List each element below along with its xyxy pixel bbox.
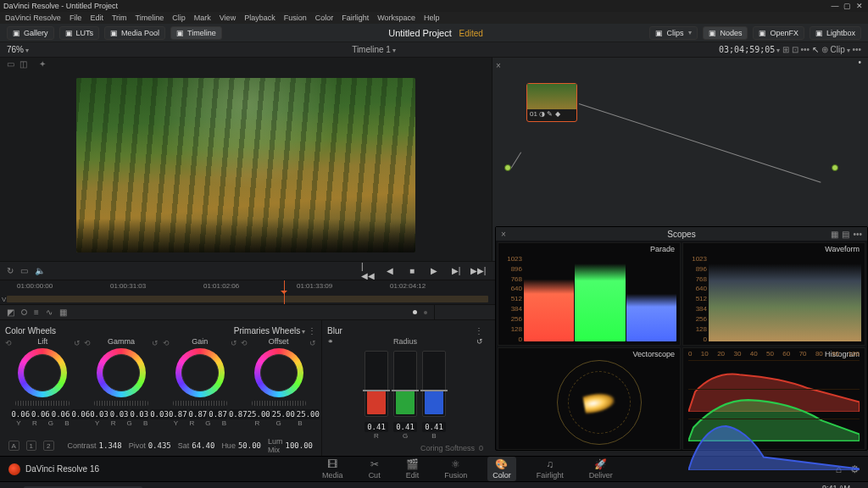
next-frame-button[interactable]: ▶| [449,265,463,277]
scopes-close-icon[interactable]: × [501,230,506,239]
page-2-button[interactable]: 2 [43,441,54,451]
render-cache-icon[interactable]: ▭ [20,266,28,275]
page-1-button[interactable]: 1 [26,441,37,451]
play-button[interactable]: ▶ [427,265,441,277]
menu-edit[interactable]: Edit [90,14,103,22]
start-button[interactable]: ⊞ [3,484,20,489]
highlight-icon[interactable]: ✦ [39,59,46,69]
page-tab-color[interactable]: 🎨Color [487,457,516,481]
bars-tab-icon[interactable]: ≡ [34,308,39,317]
nodes-toggle[interactable]: ▣Nodes [703,26,748,40]
taskbar-time[interactable]: 9:41 AM [812,485,850,489]
lightbox-toggle[interactable]: ▣Lightbox [810,26,861,40]
window-minimize-icon[interactable]: — [830,2,840,10]
prev-frame-button[interactable]: ◀ [383,265,397,277]
blur-bar-b[interactable] [422,351,446,417]
stop-button[interactable]: ■ [405,265,419,277]
page-tab-edit[interactable]: 🎬Edit [401,457,425,481]
hue-field[interactable]: Hue50.00 [221,441,261,450]
window-close-icon[interactable]: ✕ [854,2,865,10]
first-frame-button[interactable]: |◀◀ [361,265,375,277]
reset-icon[interactable]: ↺ [476,337,483,346]
menu-workspace[interactable]: Workspace [377,14,415,22]
node-tool-icon[interactable]: ⊕ [821,45,828,54]
page-tab-cut[interactable]: ✂Cut [364,457,386,481]
master-wheel[interactable] [15,401,70,406]
reset-icon[interactable]: ↺ [309,339,316,347]
clip-dropdown[interactable]: Clip▾ [830,45,849,54]
scopes-panel[interactable]: × Scopes ▦ ▤ ••• Parade 1023896768640512… [495,226,868,451]
node-output[interactable] [832,164,838,171]
node-panel-close-icon[interactable]: × [496,61,501,70]
color-wheel[interactable] [97,348,146,397]
image-wipe-icon[interactable]: ▭ [7,59,14,69]
menu-playback[interactable]: Playback [244,14,275,22]
lummix-field[interactable]: Lum Mix100.00 [268,437,313,454]
last-frame-button[interactable]: ▶▶| [471,265,485,277]
playhead[interactable] [284,280,285,304]
clips-toggle[interactable]: ▣Clips▾ [649,26,698,40]
scopes-layout-icon[interactable]: ▦ [831,230,838,239]
menu-fairlight[interactable]: Fairlight [342,14,369,22]
luts-toggle[interactable]: ▣LUTs [59,26,100,40]
wheel-values[interactable]: 0.870.870.870.87 [169,409,231,419]
menu-clip[interactable]: Clip [172,14,186,22]
reset-icon[interactable]: ↺ [152,339,159,347]
viewer-option-icon[interactable]: ⊡ [792,45,798,54]
split-screen-icon[interactable]: ◫ [19,59,27,69]
scopes-layout-icon[interactable]: ▤ [842,230,849,239]
wheel-values[interactable]: 25.0025.0025.00 [248,409,310,419]
viewer-option-icon[interactable]: ⊞ [782,45,789,54]
reset-icon[interactable]: ↺ [231,339,237,347]
wheel-values[interactable]: 0.030.030.030.03 [90,409,153,419]
timecode-display[interactable]: 03;04;59;05 [719,45,775,54]
master-wheel[interactable] [94,401,148,406]
menu-davinci-resolve[interactable]: DaVinci Resolve [5,14,61,22]
menu-timeline[interactable]: Timeline [136,14,164,22]
node-options-icon[interactable]: ••• [852,45,861,54]
primaries-mode-dropdown[interactable]: Primaries Wheels▾ ⋮ [234,326,316,336]
pointer-tool-icon[interactable]: ↖ [812,45,819,54]
log-tab-icon[interactable]: ∿ [46,308,53,317]
page-tab-fusion[interactable]: ⚛Fusion [439,457,472,481]
blur-bar-r[interactable] [364,351,388,417]
page-dot[interactable] [413,310,417,314]
more-tab-icon[interactable]: ▦ [59,308,67,317]
page-tab-fairlight[interactable]: ♫Fairlight [531,457,569,481]
timeline-selector[interactable]: Timeline 1▾ [352,45,396,54]
pivot-field[interactable]: Pivot0.435 [129,441,171,450]
master-wheel[interactable] [173,401,227,406]
viewer-canvas[interactable] [0,69,492,261]
contrast-field[interactable]: Contrast1.348 [68,441,122,450]
mute-icon[interactable]: 🔈 [35,266,45,275]
timeline-clip[interactable] [7,296,488,302]
page-dot[interactable] [424,311,427,314]
reset-icon[interactable]: ↺ [74,339,81,347]
primaries-tab-icon[interactable] [21,309,27,315]
page-tab-media[interactable]: 🎞Media [317,457,348,481]
color-wheel[interactable] [18,348,67,397]
viewer-more-icon[interactable]: ••• [801,45,810,54]
blur-bar-g[interactable] [393,351,417,417]
reset-icon[interactable]: ⟲ [84,339,91,347]
reset-icon[interactable]: ⟲ [163,339,170,347]
menu-color[interactable]: Color [315,14,334,22]
scopes-more-icon[interactable]: ••• [853,230,862,239]
menu-help[interactable]: Help [424,14,440,22]
window-maximize-icon[interactable]: ▢ [842,2,852,10]
zoom-level[interactable]: 76%▾ [7,45,29,54]
timeline-toggle[interactable]: ▣Timeline [170,26,222,40]
mediapool-toggle[interactable]: ▣Media Pool [104,26,165,40]
menu-view[interactable]: View [220,14,236,22]
loop-icon[interactable]: ↻ [7,266,14,275]
auto-balance-button[interactable]: A [8,441,19,451]
curves-tab-icon[interactable]: ◩ [7,308,14,317]
sat-field[interactable]: Sat64.40 [178,441,215,450]
reset-icon[interactable]: ⟲ [241,339,248,347]
wheel-values[interactable]: 0.060.060.060.06 [11,409,74,419]
link-icon[interactable]: ⚭ [327,337,334,346]
gallery-toggle[interactable]: ▣Gallery [7,26,54,40]
menu-fusion[interactable]: Fusion [284,14,307,22]
color-wheel[interactable] [254,348,303,397]
page-tab-deliver[interactable]: 🚀Deliver [584,457,618,481]
